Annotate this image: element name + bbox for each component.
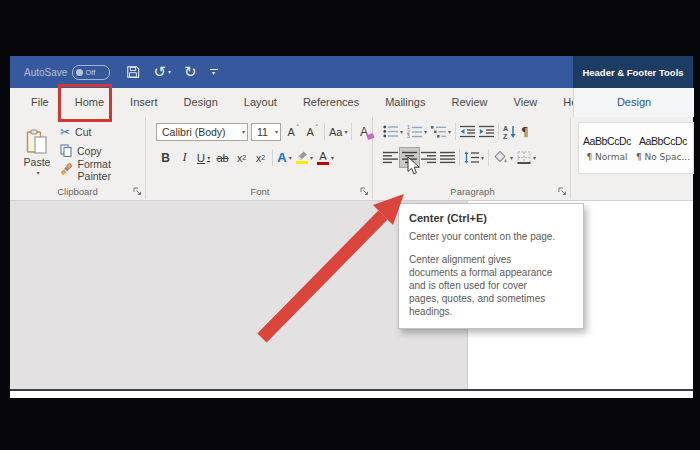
- align-center-button[interactable]: [400, 148, 419, 167]
- home-tab-highlight-box: [58, 84, 112, 122]
- customize-qat-button[interactable]: ▾: [210, 69, 218, 76]
- style-name: ¶ Normal: [586, 152, 627, 162]
- clipboard-items: ✂ Cut Copy Format Painter: [60, 122, 145, 179]
- borders-button[interactable]: [515, 148, 538, 167]
- autosave-control[interactable]: AutoSave Off: [24, 65, 110, 80]
- multilevel-list-button[interactable]: [429, 122, 453, 141]
- document-area: [10, 201, 693, 391]
- group-paragraph: 1 2 3: [375, 117, 571, 199]
- font-group-label: Font: [148, 186, 372, 197]
- increase-indent-button[interactable]: [477, 122, 496, 141]
- shading-icon: [493, 151, 508, 164]
- change-case-button[interactable]: Aa: [327, 122, 349, 141]
- grow-font-button[interactable]: A ˆ: [284, 122, 303, 141]
- divider: [272, 149, 273, 166]
- autosave-toggle[interactable]: Off: [72, 65, 110, 80]
- text-effects-button[interactable]: A: [275, 148, 294, 167]
- cut-icon: ✂: [60, 125, 70, 139]
- center-tooltip: Center (Ctrl+E) Center your content on t…: [398, 203, 584, 329]
- undo-dropdown-caret-icon[interactable]: ▾: [168, 69, 171, 75]
- clear-formatting-button[interactable]: A: [354, 122, 373, 141]
- bold-button[interactable]: B: [156, 148, 175, 167]
- strikethrough-button[interactable]: ab: [213, 148, 232, 167]
- tab-design[interactable]: Design: [171, 88, 231, 117]
- divider: [498, 123, 499, 140]
- divider: [459, 149, 460, 166]
- style-no-spacing[interactable]: AaBbCcDc ¶ No Spac...: [635, 123, 691, 173]
- tab-references[interactable]: References: [290, 88, 372, 117]
- superscript-button[interactable]: x2: [251, 148, 270, 167]
- divider: [351, 123, 352, 140]
- tab-mailings[interactable]: Mailings: [372, 88, 438, 117]
- font-family-select[interactable]: Calibri (Body) ▾: [156, 123, 248, 141]
- paragraph-row-2: [381, 148, 538, 167]
- shrink-font-button[interactable]: A ˇ: [303, 122, 322, 141]
- font-row-1: Calibri (Body) ▾ 11 ▾ A ˆ A ˇ Aa: [156, 122, 373, 141]
- paragraph-group-label: Paragraph: [375, 186, 570, 197]
- justify-button[interactable]: [438, 148, 457, 167]
- shrink-font-label: A: [307, 126, 314, 138]
- clipboard-dialog-launcher[interactable]: [133, 187, 142, 196]
- contextual-tools-title: Header & Footer Tools: [582, 67, 683, 78]
- align-right-icon: [421, 151, 436, 164]
- paste-button[interactable]: Paste: [16, 121, 58, 183]
- style-name: ¶ No Spac...: [636, 152, 690, 162]
- italic-button[interactable]: I: [175, 148, 194, 167]
- svg-text:Z: Z: [503, 132, 508, 139]
- font-dialog-launcher[interactable]: [360, 187, 369, 196]
- undo-button[interactable]: ↺ ▾: [153, 65, 171, 80]
- numbering-icon: 1 2 3: [407, 125, 422, 138]
- subscript-n: 2: [242, 154, 246, 161]
- format-painter-button[interactable]: Format Painter: [60, 160, 145, 179]
- tab-view[interactable]: View: [501, 88, 551, 117]
- decrease-indent-button[interactable]: [458, 122, 477, 141]
- show-formatting-marks-button[interactable]: ¶: [519, 122, 531, 141]
- font-color-button[interactable]: A: [315, 148, 336, 167]
- tab-insert[interactable]: Insert: [117, 88, 171, 117]
- align-right-button[interactable]: [419, 148, 438, 167]
- grow-font-caret-icon: ˆ: [296, 124, 300, 132]
- window-bottom-strip: [10, 391, 693, 398]
- shrink-font-caret-icon: ˇ: [315, 124, 319, 132]
- tab-layout[interactable]: Layout: [231, 88, 290, 117]
- tab-design-contextual[interactable]: Design: [573, 88, 694, 117]
- align-left-icon: [383, 151, 398, 164]
- group-font: Calibri (Body) ▾ 11 ▾ A ˆ A ˇ Aa: [148, 117, 373, 199]
- line-spacing-button[interactable]: [462, 148, 486, 167]
- paragraph-row-1: 1 2 3: [381, 122, 531, 141]
- font-size-select[interactable]: 11 ▾: [251, 123, 281, 141]
- bullets-icon: [383, 125, 398, 138]
- align-left-button[interactable]: [381, 148, 400, 167]
- sort-button[interactable]: A Z: [501, 122, 519, 141]
- line-spacing-icon: [464, 151, 479, 164]
- paste-clipboard-icon: [26, 129, 48, 155]
- redo-button[interactable]: ↻: [184, 65, 197, 80]
- numbering-button[interactable]: 1 2 3: [405, 122, 429, 141]
- subscript-button[interactable]: x2: [232, 148, 251, 167]
- highlighter-icon: [296, 151, 308, 164]
- tooltip-title: Center (Ctrl+E): [409, 212, 573, 224]
- paragraph-dialog-launcher[interactable]: [558, 187, 567, 196]
- font-family-value: Calibri (Body): [162, 126, 226, 138]
- borders-icon: [517, 151, 531, 164]
- shading-button[interactable]: [491, 148, 515, 167]
- tab-file[interactable]: File: [18, 88, 62, 117]
- style-preview: AaBbCcDc: [639, 135, 687, 147]
- format-painter-icon: [60, 163, 73, 176]
- autosave-label: AutoSave: [24, 67, 67, 78]
- text-highlight-button[interactable]: [294, 148, 315, 167]
- cut-button[interactable]: ✂ Cut: [60, 122, 145, 141]
- divider: [488, 149, 489, 166]
- styles-gallery: AaBbCcDc ¶ Normal AaBbCcDc ¶ No Spac...: [578, 122, 694, 174]
- style-normal[interactable]: AaBbCcDc ¶ Normal: [579, 123, 635, 173]
- autosave-toggle-knob: [76, 69, 83, 76]
- save-button[interactable]: [126, 65, 140, 79]
- font-color-bar: [317, 162, 329, 165]
- text-effects-icon: A: [277, 150, 286, 165]
- underline-button[interactable]: U: [194, 148, 213, 167]
- redo-icon: ↻: [184, 65, 197, 80]
- bullets-button[interactable]: [381, 122, 405, 141]
- tab-review[interactable]: Review: [439, 88, 501, 117]
- copy-label: Copy: [77, 145, 102, 157]
- ribbon-tab-row: File Home Insert Design Layout Reference…: [10, 88, 693, 117]
